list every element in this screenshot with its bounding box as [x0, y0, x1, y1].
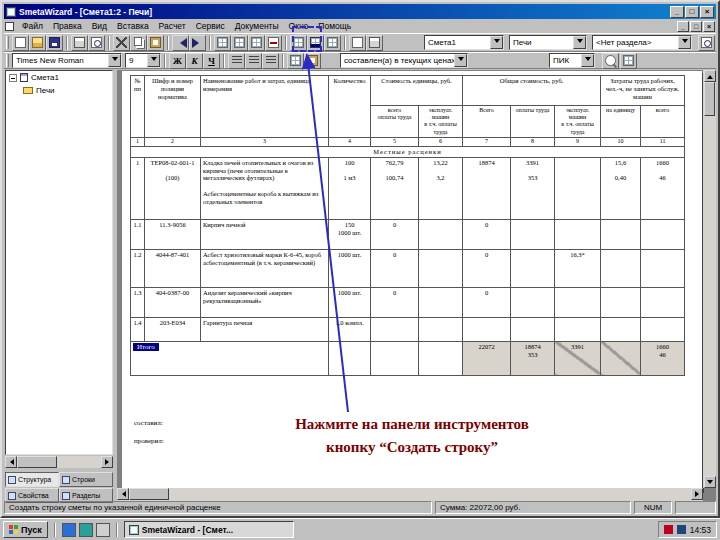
scroll-down-button[interactable]: [704, 476, 716, 488]
create-row-button[interactable]: [307, 35, 324, 51]
cell[interactable]: 150 1000 шт.: [329, 219, 371, 249]
cell[interactable]: [511, 317, 555, 341]
cell[interactable]: 1,0 компл.: [329, 317, 371, 341]
scroll-thumb[interactable]: [17, 456, 57, 468]
tray-icon-2[interactable]: [677, 525, 686, 534]
menu-calc[interactable]: Расчет: [154, 20, 191, 33]
tab-structure[interactable]: Структура: [5, 472, 59, 487]
quick-launch-desktop-icon[interactable]: [79, 523, 93, 537]
chevron-down-icon[interactable]: [454, 54, 467, 67]
menu-documents[interactable]: Документы: [230, 20, 284, 33]
cell[interactable]: Кладка печей отопительных и очагов из ки…: [201, 157, 329, 219]
cell[interactable]: [371, 317, 419, 341]
horizontal-scrollbar[interactable]: [117, 488, 703, 501]
chevron-down-icon[interactable]: [490, 36, 503, 49]
cell[interactable]: 1000 шт.: [329, 287, 371, 317]
cell[interactable]: 1.3: [131, 287, 145, 317]
cell[interactable]: [601, 249, 641, 287]
cell[interactable]: 1.2: [131, 249, 145, 287]
menu-edit[interactable]: Правка: [48, 20, 87, 33]
cell[interactable]: [601, 287, 641, 317]
collapse-icon[interactable]: [9, 74, 17, 82]
cell[interactable]: 0: [463, 219, 511, 249]
print-preview-button[interactable]: [88, 35, 105, 51]
cell[interactable]: [601, 219, 641, 249]
chevron-down-icon[interactable]: [108, 54, 121, 67]
totals-label-cell[interactable]: Итого: [131, 341, 329, 375]
price-phase-combo[interactable]: составлен(а) в текущих ценах: [340, 53, 468, 68]
bold-button[interactable]: Ж: [169, 53, 186, 69]
menu-view[interactable]: Вид: [87, 20, 112, 33]
chevron-down-icon[interactable]: [678, 36, 691, 49]
open-button[interactable]: [29, 35, 46, 51]
chevron-down-icon[interactable]: [147, 54, 160, 67]
cell[interactable]: Асбест хризотиловый марки К-6-45, короб …: [201, 249, 329, 287]
cell[interactable]: 100 1 м3: [329, 157, 371, 219]
scroll-right-button[interactable]: [691, 488, 703, 500]
menu-help[interactable]: Помощь: [313, 20, 356, 33]
cell[interactable]: [641, 317, 685, 341]
cell[interactable]: Гарнитура печная: [201, 317, 329, 341]
undo-button[interactable]: [172, 35, 189, 51]
tab-rows[interactable]: Строки: [59, 472, 113, 487]
tray-icon-1[interactable]: [664, 525, 673, 534]
paste-button[interactable]: [147, 35, 164, 51]
cell[interactable]: [555, 287, 601, 317]
insert-position-button[interactable]: [248, 35, 265, 51]
quick-launch-channels-icon[interactable]: [96, 523, 110, 537]
cell[interactable]: [641, 287, 685, 317]
tree-item-pechi[interactable]: Печи: [6, 84, 112, 97]
cell[interactable]: 203-Е034: [145, 317, 201, 341]
cell[interactable]: 11.3-9056: [145, 219, 201, 249]
cell[interactable]: 1: [131, 157, 145, 219]
quick-launch-browser-icon[interactable]: [62, 523, 76, 537]
catalog-combo[interactable]: ПИК: [549, 53, 595, 68]
cell[interactable]: [419, 249, 463, 287]
menu-service[interactable]: Сервис: [191, 20, 230, 33]
cell[interactable]: Кирпич печной: [201, 219, 329, 249]
cell[interactable]: 0: [463, 249, 511, 287]
section-combo[interactable]: <Нет раздела>: [592, 35, 692, 50]
child-minimize-button[interactable]: _: [677, 21, 689, 32]
cell[interactable]: [511, 249, 555, 287]
cell[interactable]: [419, 287, 463, 317]
toolbar-grip[interactable]: [6, 36, 9, 49]
redo-button[interactable]: [189, 35, 206, 51]
cut-button[interactable]: [113, 35, 130, 51]
cell[interactable]: [419, 317, 463, 341]
cell[interactable]: [601, 317, 641, 341]
menu-window[interactable]: Окно: [284, 20, 314, 33]
menu-insert[interactable]: Вставка: [112, 20, 154, 33]
toolbar-grip[interactable]: [6, 54, 9, 67]
cell[interactable]: 1.4: [131, 317, 145, 341]
cell[interactable]: 0: [371, 249, 419, 287]
scroll-left-button[interactable]: [117, 488, 129, 500]
recalc-button[interactable]: [290, 35, 307, 51]
align-right-button[interactable]: [262, 53, 279, 69]
filter-button[interactable]: [620, 53, 637, 69]
cell[interactable]: 13,22 3,2: [419, 157, 463, 219]
cell[interactable]: 1000 шт.: [329, 249, 371, 287]
print-button[interactable]: [71, 35, 88, 51]
cell[interactable]: 762,79 100,74: [371, 157, 419, 219]
save-button[interactable]: [46, 35, 63, 51]
align-left-button[interactable]: [228, 53, 245, 69]
cell[interactable]: 0: [371, 287, 419, 317]
find-button[interactable]: [602, 53, 619, 69]
cell[interactable]: [511, 287, 555, 317]
cell[interactable]: 18874: [463, 157, 511, 219]
new-button[interactable]: [12, 35, 29, 51]
cell[interactable]: [555, 219, 601, 249]
resources-button[interactable]: [349, 35, 366, 51]
cell[interactable]: 15,6 0,40: [601, 157, 641, 219]
estimate-combo[interactable]: Печи: [509, 35, 587, 50]
cell[interactable]: 0: [371, 219, 419, 249]
menu-file[interactable]: Файл: [17, 20, 48, 33]
totals-button[interactable]: [366, 35, 383, 51]
scroll-thumb[interactable]: [129, 488, 169, 500]
align-center-button[interactable]: [245, 53, 262, 69]
document-combo[interactable]: Смета1: [424, 35, 504, 50]
copy-button[interactable]: [130, 35, 147, 51]
italic-button[interactable]: К: [186, 53, 203, 69]
cell[interactable]: 3391 353: [511, 157, 555, 219]
